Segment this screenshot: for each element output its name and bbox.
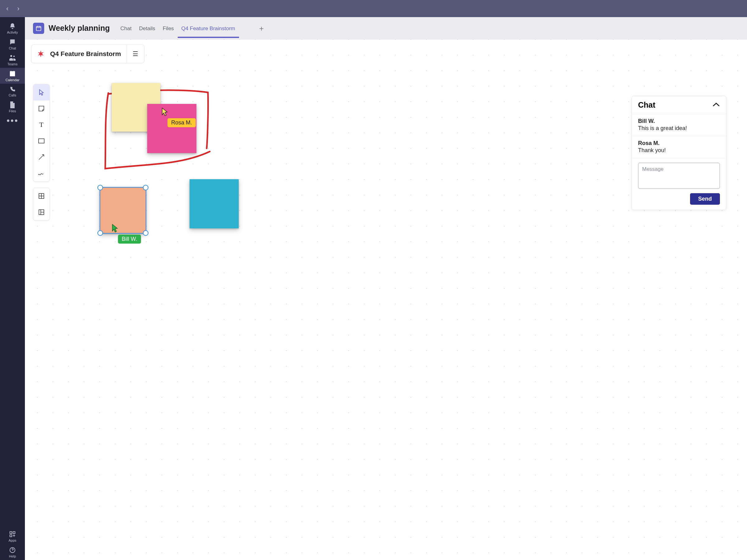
file-icon	[0, 101, 25, 108]
rail-more[interactable]: ●●●	[0, 115, 25, 126]
title-bar: ‹ ›	[0, 0, 395, 17]
meeting-title: Weekly planning	[49, 24, 110, 33]
tab-files[interactable]: Files	[159, 19, 178, 38]
tool-layout[interactable]	[33, 204, 50, 220]
nav-back-icon[interactable]: ‹	[6, 5, 8, 13]
ellipsis-icon: ●●●	[0, 117, 25, 124]
tab-chat[interactable]: Chat	[117, 19, 135, 38]
board-title-chip: Q4 Feature Brainstorm ☰	[31, 45, 145, 63]
meeting-calendar-icon	[33, 23, 44, 34]
resize-handle-icon[interactable]	[97, 230, 103, 236]
rail-activity[interactable]: Activity	[0, 20, 25, 36]
chat-icon	[0, 38, 25, 46]
tool-grid[interactable]	[33, 188, 50, 204]
board-menu-button[interactable]: ☰	[127, 45, 144, 63]
resize-handle-icon[interactable]	[143, 230, 149, 236]
bell-icon	[0, 23, 25, 30]
rail-calls[interactable]: Calls	[0, 84, 25, 99]
sticky-note-teal[interactable]	[189, 179, 239, 229]
remote-label-bill: Bill W.	[118, 235, 141, 244]
whiteboard-canvas[interactable]: Q4 Feature Brainstorm ☰ T	[25, 39, 395, 296]
rail-teams-label: Teams	[0, 62, 25, 66]
board-title: Q4 Feature Brainstorm	[50, 50, 127, 58]
rail-activity-label: Activity	[0, 30, 25, 34]
remote-cursor-rosa	[161, 107, 169, 118]
teams-icon	[0, 54, 25, 61]
svg-rect-6	[36, 26, 41, 30]
calendar-icon	[0, 70, 25, 77]
rail-calendar[interactable]: Calendar	[0, 68, 25, 84]
tool-palette: T	[33, 84, 50, 182]
tool-text[interactable]: T	[33, 117, 50, 133]
phone-icon	[0, 86, 25, 92]
tool-palette-secondary	[33, 188, 50, 220]
remote-cursor-bill	[111, 224, 120, 234]
tool-sticky[interactable]	[33, 101, 50, 117]
rail-files[interactable]: Files	[0, 99, 25, 115]
svg-point-0	[10, 55, 12, 57]
svg-point-1	[14, 56, 15, 57]
rail-teams[interactable]: Teams	[0, 52, 25, 68]
sticky-note-pink[interactable]	[147, 104, 197, 153]
remote-label-rosa: Rosa M.	[168, 118, 196, 127]
rail-calls-label: Calls	[0, 93, 25, 97]
tool-draw[interactable]	[33, 165, 50, 181]
rail-files-label: Files	[0, 109, 25, 113]
resize-handle-icon[interactable]	[143, 185, 149, 190]
tab-details[interactable]: Details	[135, 19, 159, 38]
svg-rect-7	[38, 139, 44, 143]
rail-chat-label: Chat	[0, 46, 25, 50]
sticky-note-peach-selected[interactable]	[100, 187, 146, 234]
tool-select[interactable]	[33, 84, 50, 101]
tool-arrow[interactable]	[33, 149, 50, 165]
rail-chat[interactable]: Chat	[0, 36, 25, 52]
resize-handle-icon[interactable]	[97, 185, 103, 190]
meeting-header: Weekly planning Chat Details Files Q4 Fe…	[25, 17, 395, 39]
app-rail: Activity Chat Teams Calendar Calls Files…	[0, 17, 25, 296]
tab-brainstorm[interactable]: Q4 Feature Brainstorm	[178, 19, 239, 38]
add-tab-button[interactable]: ＋	[258, 23, 265, 33]
tool-shape[interactable]	[33, 133, 50, 149]
hamburger-icon: ☰	[133, 50, 138, 58]
board-logo-icon	[31, 50, 50, 58]
rail-calendar-label: Calendar	[0, 78, 25, 82]
nav-forward-icon[interactable]: ›	[17, 5, 19, 13]
